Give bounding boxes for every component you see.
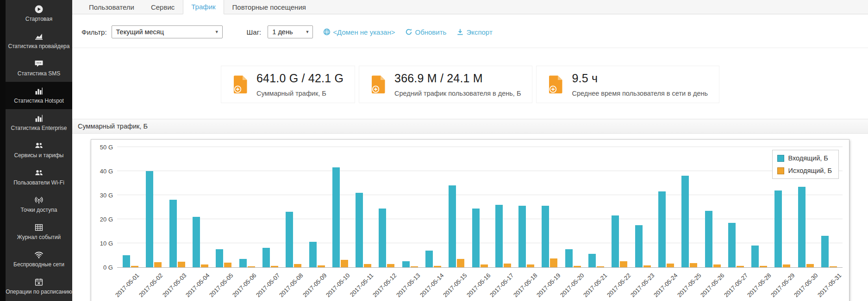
x-axis-label: 2017-05-10 [325,272,351,299]
outgoing-bar [341,260,348,267]
stat-text: 641.0 G / 42.1 GСуммарный трафик, Б [256,72,343,97]
bar-chart-icon [34,114,44,123]
chart-panel-title: Суммарный трафик, Б [72,119,868,134]
outgoing-bar [154,262,162,267]
period-select-value: Текущий месяц [116,28,164,36]
bar-group [724,147,748,267]
sidebar-item-enterprise-stats[interactable]: Статистика Enterprise [6,109,72,136]
tab-traffic[interactable]: Трафик [183,0,224,14]
x-axis-label: 2017-05-05 [208,272,235,299]
bar-group [352,147,375,267]
incoming-bar [821,236,829,267]
outgoing-swatch [777,167,784,174]
refresh-link[interactable]: Обновить [405,28,446,36]
incoming-bar [332,167,340,267]
table-icon [34,223,44,232]
outgoing-bar [131,266,138,267]
incoming-bar [681,176,689,267]
outgoing-bar [481,264,488,267]
sidebar-item-home[interactable]: Стартовая [6,0,72,27]
broadcast-icon [34,196,44,205]
x-axis-label: 2017-05-18 [512,272,539,299]
outgoing-bar [527,264,534,267]
step-select-value: 1 день [272,28,293,36]
sidebar-item-label: Статистика SMS [18,71,60,77]
incoming-bar [495,205,503,267]
domain-link[interactable]: <Домен не указан> [323,28,395,36]
sidebar-item-access-points[interactable]: Точки доступа [6,191,72,218]
incoming-bar [635,225,643,267]
step-select[interactable]: 1 день ▼ [268,25,313,38]
x-axis-label: 2017-05-21 [582,272,609,299]
plot-area: 0 G10 G20 G30 G40 G50 G2017-05-012017-05… [117,147,843,268]
bar-group [259,147,282,267]
file-plus-icon [548,75,564,94]
outgoing-bar [550,258,557,267]
sidebar-item-label: Точки доступа [21,207,57,213]
sidebar-item-label: Операции по расписанию [6,289,72,295]
incoming-bar [751,246,759,267]
x-axis-label: 2017-05-01 [114,272,141,299]
outgoing-bar [806,264,814,267]
chevron-down-icon: ▼ [215,30,219,34]
bar-group [701,147,724,267]
incoming-bar [612,215,619,267]
tab-users[interactable]: Пользователи [81,0,143,14]
bars-area [117,147,843,267]
sidebar-item-sms-stats[interactable]: Статистика SMS [6,55,72,82]
bar-group [399,147,422,267]
outgoing-bar [597,266,604,267]
sidebar-item-label: Статистика провайдера [8,43,70,49]
incoming-bar [309,242,317,267]
outgoing-bar [318,265,325,267]
download-icon [456,28,464,36]
outgoing-bar [737,266,744,267]
incoming-bar [402,261,410,267]
x-axis-label: 2017-05-29 [769,272,796,299]
period-select[interactable]: Текущий месяц ▼ [112,25,223,38]
sidebar-item-wireless-networks[interactable]: Беспроводные сети [6,246,72,273]
sidebar-item-hotspot-stats[interactable]: Статистика Hotspot [6,82,72,109]
x-axis-label: 2017-05-12 [371,272,398,299]
incoming-bar [123,255,130,267]
chevron-down-icon: ▼ [305,30,309,34]
tab-service[interactable]: Сервис [143,0,183,14]
x-axis-label: 2017-05-31 [816,272,843,299]
bar-group [492,147,515,267]
incoming-bar [286,212,293,267]
bar-group [329,147,352,267]
bar-group [585,147,608,267]
tab-revisits[interactable]: Повторные посещения [224,0,314,14]
stat-value: 641.0 G / 42.1 G [256,72,343,85]
x-axis-label: 2017-05-16 [465,272,492,299]
incoming-bar [449,185,456,267]
sidebar-item-services-tariffs[interactable]: Сервисы и тарифы [6,136,72,164]
users-icon [34,141,44,150]
incoming-bar [239,259,247,267]
sidebar-item-scheduled-operations[interactable]: Операции по расписанию [6,273,72,300]
legend-label: Исходящий, Б [788,167,832,174]
incoming-bar [658,191,666,267]
y-axis-label: 30 G [100,192,113,199]
sidebar-item-provider-stats[interactable]: Статистика провайдера [6,27,72,55]
bar-group [608,147,631,267]
outgoing-bar [178,262,185,267]
calendar-x-icon [34,277,44,287]
x-axis-label: 2017-05-07 [255,272,281,299]
y-axis-label: 0 G [103,264,113,271]
incoming-bar [565,249,573,267]
bar-group [166,147,189,267]
bar-group [678,147,701,267]
export-link[interactable]: Экспорт [456,28,492,36]
x-axis-label: 2017-05-17 [488,272,515,299]
stat-text: 9.5 чСреднее время пользователя в сети в… [572,72,708,97]
play-icon [34,5,44,14]
bar-group [305,147,328,267]
outgoing-bar [364,264,371,267]
incoming-bar [379,209,386,267]
outgoing-bar [224,263,231,267]
incoming-bar [774,190,782,267]
stat-text: 366.9 M / 24.1 MСредний трафик пользоват… [394,72,521,97]
sidebar-item-event-log[interactable]: Журнал событий [6,218,72,246]
sidebar-item-wifi-users[interactable]: Пользователи Wi-Fi [6,164,72,191]
